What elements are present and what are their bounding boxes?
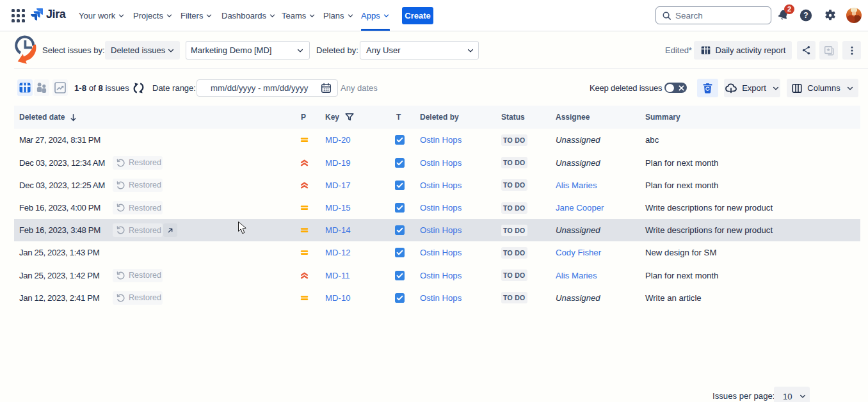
svg-text:?: ? — [803, 11, 808, 20]
